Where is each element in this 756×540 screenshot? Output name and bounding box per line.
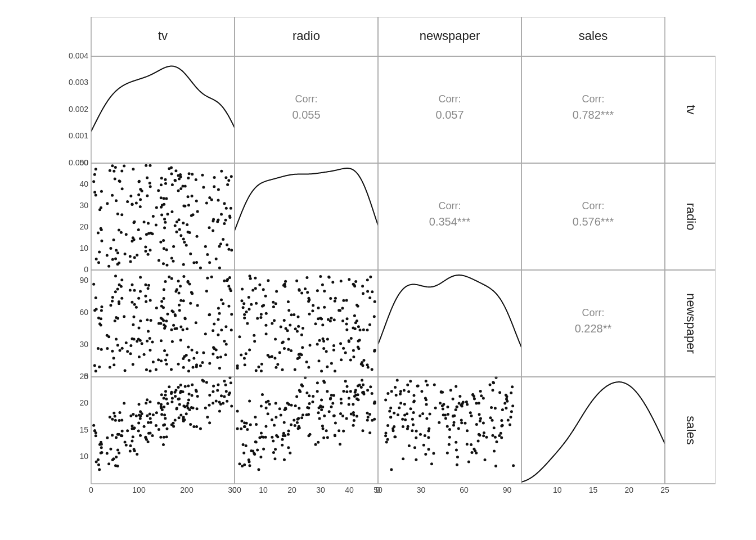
pairs-plot xyxy=(40,17,716,523)
chart-canvas xyxy=(40,17,716,523)
